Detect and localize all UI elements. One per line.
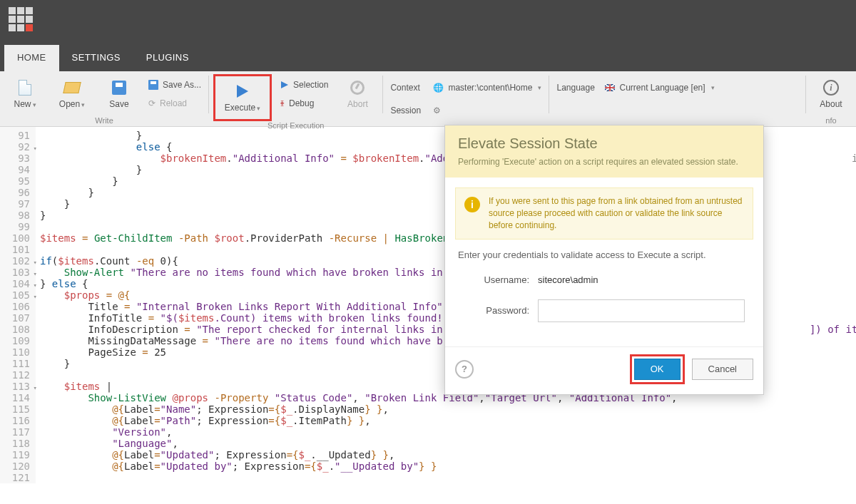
credentials-prompt: Enter your credentials to validate acces… xyxy=(458,250,753,260)
ok-button[interactable]: OK xyxy=(634,359,681,380)
session-field[interactable]: Session ⚙ xyxy=(387,103,544,118)
debug-button[interactable]: ⧱ Debug xyxy=(277,96,331,111)
ribbon: New▾ Open▾ Save Save As... ⟳ Reload xyxy=(0,71,856,127)
abort-icon xyxy=(349,79,366,96)
play-icon xyxy=(280,81,289,89)
save-as-button[interactable]: Save As... xyxy=(146,77,204,93)
svg-marker-2 xyxy=(237,85,248,98)
app-logo[interactable] xyxy=(9,7,34,33)
execute-highlight: Execute▾ xyxy=(213,74,272,121)
reload-icon: ⟳ xyxy=(148,98,156,108)
help-button[interactable]: ? xyxy=(455,360,474,379)
tab-home[interactable]: HOME xyxy=(4,45,59,71)
tab-settings[interactable]: SETTINGS xyxy=(59,45,133,71)
folder-open-icon xyxy=(63,79,81,96)
save-icon xyxy=(111,79,128,96)
username-label: Username: xyxy=(455,274,538,285)
open-button[interactable]: Open▾ xyxy=(51,74,93,114)
play-icon xyxy=(234,83,251,100)
svg-rect-1 xyxy=(151,81,156,84)
abort-button[interactable]: Abort xyxy=(337,74,378,114)
flag-icon xyxy=(605,84,615,91)
warning-icon: i xyxy=(464,197,480,212)
warning-text: If you were sent to this page from a lin… xyxy=(489,195,744,231)
new-button[interactable]: New▾ xyxy=(4,74,46,114)
save-icon xyxy=(148,80,158,90)
document-icon xyxy=(16,79,34,96)
globe-icon: 🌐 xyxy=(433,83,444,93)
username-value: sitecore\admin xyxy=(538,274,598,285)
elevate-session-dialog: Elevate Session State Performing 'Execut… xyxy=(444,125,764,395)
group-label: nfo xyxy=(810,116,852,126)
titlebar xyxy=(0,0,856,40)
svg-marker-3 xyxy=(281,81,288,88)
dialog-title: Elevate Session State xyxy=(458,135,750,152)
about-button[interactable]: i About xyxy=(810,74,852,114)
cancel-button[interactable]: Cancel xyxy=(692,359,753,380)
selection-button[interactable]: Selection xyxy=(277,77,331,93)
gutter: 9192▾93949596979899100101102▾103▾104▾105… xyxy=(0,127,36,483)
execute-button[interactable]: Execute▾ xyxy=(220,78,265,118)
reload-button[interactable]: ⟳ Reload xyxy=(146,96,204,111)
context-field[interactable]: Context 🌐 master:\content\Home▾ xyxy=(387,80,544,96)
ok-highlight: OK xyxy=(630,354,685,384)
tab-plugins[interactable]: PLUGINS xyxy=(133,45,202,71)
ribbon-tabs: HOME SETTINGS PLUGINS xyxy=(0,40,856,71)
password-input[interactable] xyxy=(538,299,745,322)
language-field[interactable]: Language Current Language [en]▾ xyxy=(554,80,717,96)
password-label: Password: xyxy=(455,305,538,316)
group-label: Write xyxy=(4,116,204,126)
bug-icon: ⧱ xyxy=(280,98,285,108)
warning-box: i If you were sent to this page from a l… xyxy=(455,187,753,239)
dialog-subtitle: Performing 'Execute' action on a script … xyxy=(458,156,750,168)
info-icon: i xyxy=(822,79,840,96)
gear-icon: ⚙ xyxy=(433,106,441,115)
save-button[interactable]: Save xyxy=(98,74,140,114)
dialog-header: Elevate Session State Performing 'Execut… xyxy=(445,125,763,178)
